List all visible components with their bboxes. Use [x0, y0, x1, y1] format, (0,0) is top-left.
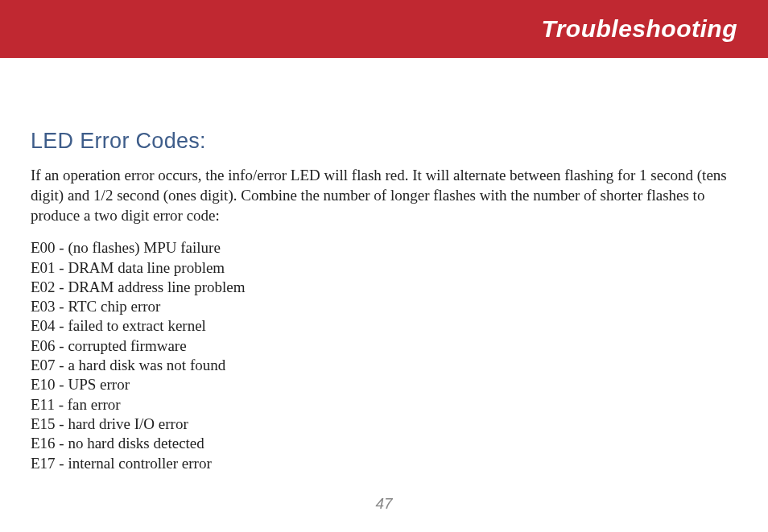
content-area: LED Error Codes: If an operation error o…: [0, 58, 768, 473]
error-code-item: E03 - RTC chip error: [31, 297, 737, 316]
section-heading: LED Error Codes:: [31, 129, 737, 154]
error-code-list: E00 - (no flashes) MPU failure E01 - DRA…: [31, 238, 737, 473]
error-code-item: E15 - hard drive I/O error: [31, 414, 737, 434]
error-code-item: E16 - no hard disks detected: [31, 434, 737, 453]
error-code-item: E04 - failed to extract kernel: [31, 316, 737, 336]
error-code-item: E01 - DRAM data line problem: [31, 258, 737, 278]
page-number: 47: [375, 495, 392, 513]
error-code-item: E06 - corrupted firmware: [31, 336, 737, 356]
intro-paragraph: If an operation error occurs, the info/e…: [31, 165, 737, 225]
error-code-item: E17 - internal controller error: [31, 454, 737, 473]
error-code-item: E07 - a hard disk was not found: [31, 356, 737, 375]
header-title: Troubleshooting: [541, 15, 737, 43]
header-bar: Troubleshooting: [0, 0, 768, 58]
error-code-item: E10 - UPS error: [31, 375, 737, 394]
error-code-item: E00 - (no flashes) MPU failure: [31, 238, 737, 258]
error-code-item: E11 - fan error: [31, 395, 737, 414]
error-code-item: E02 - DRAM address line problem: [31, 278, 737, 297]
